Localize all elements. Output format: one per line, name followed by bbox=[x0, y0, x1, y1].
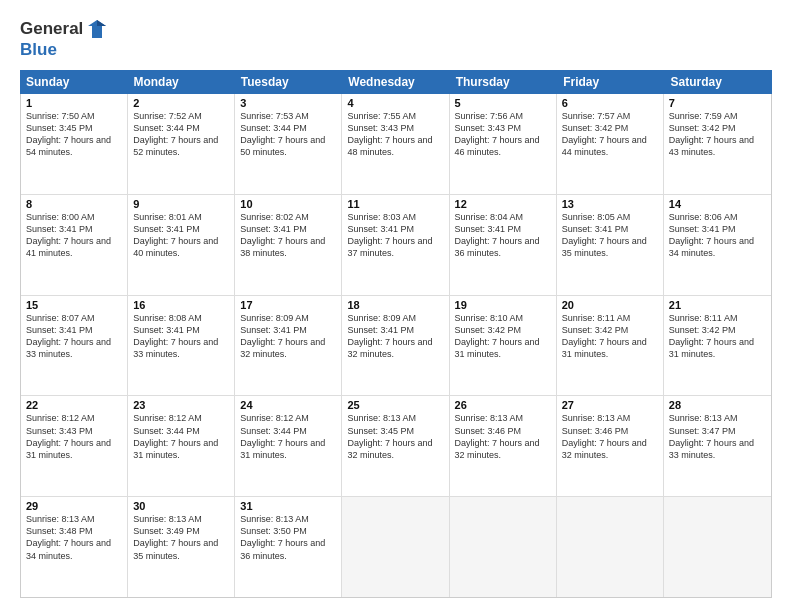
header-saturday: Saturday bbox=[665, 70, 772, 94]
sunset-text: Sunset: 3:42 PM bbox=[562, 122, 658, 134]
sunset-text: Sunset: 3:42 PM bbox=[455, 324, 551, 336]
daylight-text: Daylight: 7 hours and 31 minutes. bbox=[240, 437, 336, 461]
sunset-text: Sunset: 3:41 PM bbox=[347, 223, 443, 235]
sunrise-text: Sunrise: 8:09 AM bbox=[347, 312, 443, 324]
daylight-text: Daylight: 7 hours and 31 minutes. bbox=[669, 336, 766, 360]
daylight-text: Daylight: 7 hours and 41 minutes. bbox=[26, 235, 122, 259]
calendar-cell: 10Sunrise: 8:02 AMSunset: 3:41 PMDayligh… bbox=[235, 195, 342, 295]
calendar-cell bbox=[450, 497, 557, 597]
daylight-text: Daylight: 7 hours and 33 minutes. bbox=[26, 336, 122, 360]
logo-flag-icon bbox=[86, 18, 108, 40]
sunset-text: Sunset: 3:41 PM bbox=[240, 324, 336, 336]
calendar-header: Sunday Monday Tuesday Wednesday Thursday… bbox=[20, 70, 772, 94]
calendar-cell: 21Sunrise: 8:11 AMSunset: 3:42 PMDayligh… bbox=[664, 296, 771, 396]
calendar-cell: 26Sunrise: 8:13 AMSunset: 3:46 PMDayligh… bbox=[450, 396, 557, 496]
sunrise-text: Sunrise: 8:02 AM bbox=[240, 211, 336, 223]
sunset-text: Sunset: 3:50 PM bbox=[240, 525, 336, 537]
sunrise-text: Sunrise: 8:01 AM bbox=[133, 211, 229, 223]
calendar-cell: 3Sunrise: 7:53 AMSunset: 3:44 PMDaylight… bbox=[235, 94, 342, 194]
day-number: 19 bbox=[455, 299, 551, 311]
calendar-cell: 28Sunrise: 8:13 AMSunset: 3:47 PMDayligh… bbox=[664, 396, 771, 496]
calendar-cell: 9Sunrise: 8:01 AMSunset: 3:41 PMDaylight… bbox=[128, 195, 235, 295]
sunset-text: Sunset: 3:44 PM bbox=[133, 122, 229, 134]
day-number: 23 bbox=[133, 399, 229, 411]
sunrise-text: Sunrise: 8:13 AM bbox=[133, 513, 229, 525]
day-number: 16 bbox=[133, 299, 229, 311]
daylight-text: Daylight: 7 hours and 48 minutes. bbox=[347, 134, 443, 158]
day-number: 3 bbox=[240, 97, 336, 109]
header-tuesday: Tuesday bbox=[235, 70, 342, 94]
header-thursday: Thursday bbox=[450, 70, 557, 94]
calendar-cell: 13Sunrise: 8:05 AMSunset: 3:41 PMDayligh… bbox=[557, 195, 664, 295]
daylight-text: Daylight: 7 hours and 32 minutes. bbox=[240, 336, 336, 360]
sunrise-text: Sunrise: 8:06 AM bbox=[669, 211, 766, 223]
calendar-cell: 17Sunrise: 8:09 AMSunset: 3:41 PMDayligh… bbox=[235, 296, 342, 396]
calendar-cell: 25Sunrise: 8:13 AMSunset: 3:45 PMDayligh… bbox=[342, 396, 449, 496]
sunrise-text: Sunrise: 8:12 AM bbox=[240, 412, 336, 424]
calendar-cell: 4Sunrise: 7:55 AMSunset: 3:43 PMDaylight… bbox=[342, 94, 449, 194]
daylight-text: Daylight: 7 hours and 34 minutes. bbox=[669, 235, 766, 259]
day-number: 27 bbox=[562, 399, 658, 411]
logo-blue: Blue bbox=[20, 40, 57, 60]
calendar-row-4: 29Sunrise: 8:13 AMSunset: 3:48 PMDayligh… bbox=[21, 497, 771, 597]
day-number: 17 bbox=[240, 299, 336, 311]
calendar-row-0: 1Sunrise: 7:50 AMSunset: 3:45 PMDaylight… bbox=[21, 94, 771, 195]
day-number: 26 bbox=[455, 399, 551, 411]
day-number: 21 bbox=[669, 299, 766, 311]
daylight-text: Daylight: 7 hours and 32 minutes. bbox=[347, 336, 443, 360]
sunset-text: Sunset: 3:43 PM bbox=[455, 122, 551, 134]
sunrise-text: Sunrise: 8:11 AM bbox=[562, 312, 658, 324]
calendar-cell: 31Sunrise: 8:13 AMSunset: 3:50 PMDayligh… bbox=[235, 497, 342, 597]
sunrise-text: Sunrise: 8:13 AM bbox=[562, 412, 658, 424]
calendar-cell: 23Sunrise: 8:12 AMSunset: 3:44 PMDayligh… bbox=[128, 396, 235, 496]
sunset-text: Sunset: 3:42 PM bbox=[669, 324, 766, 336]
sunrise-text: Sunrise: 8:13 AM bbox=[240, 513, 336, 525]
calendar-body: 1Sunrise: 7:50 AMSunset: 3:45 PMDaylight… bbox=[20, 94, 772, 598]
sunrise-text: Sunrise: 7:59 AM bbox=[669, 110, 766, 122]
calendar-cell: 7Sunrise: 7:59 AMSunset: 3:42 PMDaylight… bbox=[664, 94, 771, 194]
calendar-cell: 27Sunrise: 8:13 AMSunset: 3:46 PMDayligh… bbox=[557, 396, 664, 496]
sunrise-text: Sunrise: 8:07 AM bbox=[26, 312, 122, 324]
day-number: 30 bbox=[133, 500, 229, 512]
sunrise-text: Sunrise: 8:12 AM bbox=[133, 412, 229, 424]
daylight-text: Daylight: 7 hours and 36 minutes. bbox=[455, 235, 551, 259]
day-number: 18 bbox=[347, 299, 443, 311]
header-wednesday: Wednesday bbox=[342, 70, 449, 94]
sunset-text: Sunset: 3:48 PM bbox=[26, 525, 122, 537]
calendar-cell: 24Sunrise: 8:12 AMSunset: 3:44 PMDayligh… bbox=[235, 396, 342, 496]
daylight-text: Daylight: 7 hours and 31 minutes. bbox=[562, 336, 658, 360]
logo-general: General bbox=[20, 19, 83, 39]
day-number: 10 bbox=[240, 198, 336, 210]
logo: General Blue bbox=[20, 18, 108, 60]
day-number: 31 bbox=[240, 500, 336, 512]
sunrise-text: Sunrise: 8:04 AM bbox=[455, 211, 551, 223]
daylight-text: Daylight: 7 hours and 50 minutes. bbox=[240, 134, 336, 158]
daylight-text: Daylight: 7 hours and 33 minutes. bbox=[133, 336, 229, 360]
sunset-text: Sunset: 3:43 PM bbox=[26, 425, 122, 437]
calendar-cell: 2Sunrise: 7:52 AMSunset: 3:44 PMDaylight… bbox=[128, 94, 235, 194]
daylight-text: Daylight: 7 hours and 52 minutes. bbox=[133, 134, 229, 158]
sunset-text: Sunset: 3:41 PM bbox=[455, 223, 551, 235]
sunset-text: Sunset: 3:44 PM bbox=[240, 122, 336, 134]
day-number: 11 bbox=[347, 198, 443, 210]
daylight-text: Daylight: 7 hours and 36 minutes. bbox=[240, 537, 336, 561]
sunset-text: Sunset: 3:42 PM bbox=[562, 324, 658, 336]
daylight-text: Daylight: 7 hours and 32 minutes. bbox=[455, 437, 551, 461]
sunset-text: Sunset: 3:41 PM bbox=[347, 324, 443, 336]
day-number: 1 bbox=[26, 97, 122, 109]
sunset-text: Sunset: 3:41 PM bbox=[133, 324, 229, 336]
sunset-text: Sunset: 3:45 PM bbox=[26, 122, 122, 134]
sunrise-text: Sunrise: 8:08 AM bbox=[133, 312, 229, 324]
day-number: 24 bbox=[240, 399, 336, 411]
calendar-cell: 6Sunrise: 7:57 AMSunset: 3:42 PMDaylight… bbox=[557, 94, 664, 194]
daylight-text: Daylight: 7 hours and 46 minutes. bbox=[455, 134, 551, 158]
sunset-text: Sunset: 3:41 PM bbox=[669, 223, 766, 235]
day-number: 13 bbox=[562, 198, 658, 210]
daylight-text: Daylight: 7 hours and 54 minutes. bbox=[26, 134, 122, 158]
daylight-text: Daylight: 7 hours and 37 minutes. bbox=[347, 235, 443, 259]
sunrise-text: Sunrise: 7:53 AM bbox=[240, 110, 336, 122]
calendar-cell: 14Sunrise: 8:06 AMSunset: 3:41 PMDayligh… bbox=[664, 195, 771, 295]
calendar-cell: 11Sunrise: 8:03 AMSunset: 3:41 PMDayligh… bbox=[342, 195, 449, 295]
sunset-text: Sunset: 3:41 PM bbox=[240, 223, 336, 235]
day-number: 28 bbox=[669, 399, 766, 411]
